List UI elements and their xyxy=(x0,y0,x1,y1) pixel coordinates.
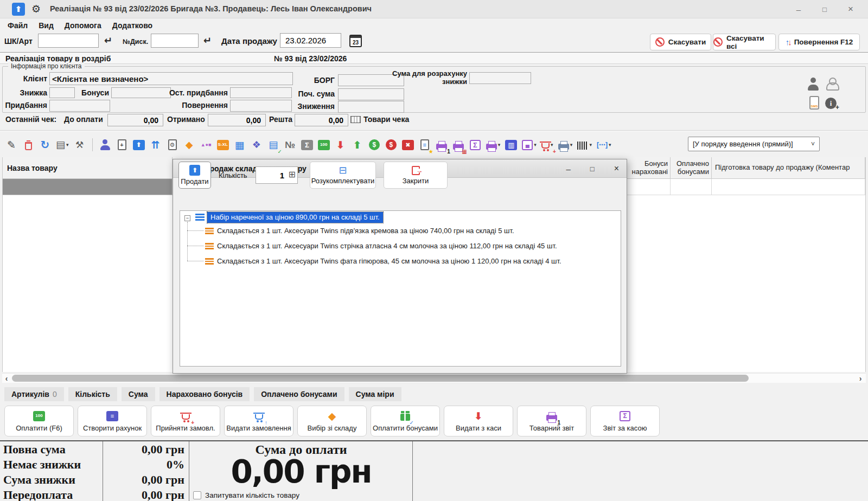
dialog-close-action-button[interactable]: Закрити xyxy=(384,162,448,189)
client-filled-person-icon[interactable] xyxy=(807,78,820,91)
cancel-all-button[interactable]: Скасувати всі xyxy=(713,34,776,50)
sms-receipt-icon[interactable] xyxy=(809,96,819,110)
cash-in-icon[interactable]: ⬆ xyxy=(352,137,363,153)
edit-icon[interactable]: ✎ xyxy=(5,137,17,153)
more-options-icon[interactable]: [⋯]▾ xyxy=(597,137,611,153)
minimize-button[interactable]: – xyxy=(786,0,812,18)
pick-from-stock-button[interactable]: ◆Вибір зі складу xyxy=(297,406,367,436)
create-invoice-button[interactable]: ≡Створити рахунок xyxy=(78,406,147,436)
cart-add-icon[interactable]: +▾ xyxy=(541,137,553,153)
goods-name-header[interactable]: Назва товару xyxy=(3,157,173,179)
contact-card-icon[interactable]: ▥ xyxy=(505,137,517,153)
fiscal-printer-icon[interactable]: ▾ xyxy=(558,137,573,153)
grid-icon[interactable]: ▦ xyxy=(234,137,246,153)
cancel-button[interactable]: Скасувати xyxy=(650,34,711,50)
cash-out-icon[interactable]: ⬇ xyxy=(335,137,347,153)
dialog-maximize-button[interactable]: □ xyxy=(590,165,595,173)
assortment-icon[interactable]: ▲●■ xyxy=(200,137,212,153)
table-row[interactable] xyxy=(627,179,865,195)
tree-child-item[interactable]: Складається з 1 шт. Аксесуари Twins фата… xyxy=(217,257,561,265)
sale-date-input[interactable] xyxy=(280,33,341,48)
sum-for-discount-field[interactable] xyxy=(469,72,531,84)
quantity-stepper[interactable]: ⊞ xyxy=(256,166,298,184)
report-sum-icon[interactable]: Σ xyxy=(469,137,481,153)
document-star-icon[interactable]: ≡★ xyxy=(419,137,431,153)
issue-order-button[interactable]: ↑Видати замовлення xyxy=(224,406,293,436)
calendar-icon[interactable]: 23 xyxy=(349,35,362,47)
print-menu-icon[interactable]: ▾ xyxy=(486,137,501,153)
tree-child-item[interactable]: Складається з 1 шт. Аксесуари Twins підв… xyxy=(217,227,514,235)
cash-icon[interactable]: 100 xyxy=(318,137,330,153)
selected-empty-row[interactable] xyxy=(3,179,173,195)
number-icon[interactable]: № xyxy=(284,137,296,153)
dialog-close-button[interactable]: × xyxy=(614,164,619,174)
unbundle-button[interactable]: ⊟ Розукомплектувати xyxy=(310,162,376,189)
stock-icon[interactable]: ◆ xyxy=(183,137,195,153)
document-settings-icon[interactable]: ⚙ xyxy=(167,137,178,153)
menu-extra[interactable]: Додатково xyxy=(107,21,158,30)
move-up-icon[interactable]: ⇈ xyxy=(150,137,162,153)
dialog-minimize-button[interactable]: – xyxy=(566,164,570,174)
pay-with-bonuses-button[interactable]: ✓Оплатити бонусами xyxy=(371,406,440,436)
sum-icon[interactable]: Σ xyxy=(301,137,313,153)
refresh-icon[interactable]: ↻ xyxy=(39,137,51,153)
scroll-right-arrow[interactable]: › xyxy=(856,374,865,383)
reduction-field[interactable] xyxy=(338,101,404,113)
discount-field[interactable] xyxy=(49,87,75,98)
print-receipt-icon[interactable]: 1 xyxy=(436,137,448,153)
sizes-icon[interactable]: S-XL xyxy=(217,137,229,153)
cash-out-button[interactable]: ⬇Видати з каси xyxy=(444,406,513,436)
tree-expander[interactable]: − xyxy=(184,215,190,221)
returns-field[interactable] xyxy=(230,100,292,112)
calculator-icon[interactable]: ⊞ xyxy=(289,170,296,179)
maximize-button[interactable]: □ xyxy=(812,0,838,18)
save-icon[interactable]: ▄▾ xyxy=(522,137,537,153)
menu-file[interactable]: Файл xyxy=(2,21,33,30)
tree-child-item[interactable]: Складається з 1 шт. Аксесуари Twins стрі… xyxy=(217,242,557,250)
sku-input[interactable] xyxy=(38,34,99,48)
bonus-accrued-header[interactable]: Бонуси нараховані xyxy=(627,157,671,178)
income-icon[interactable]: $ xyxy=(368,137,380,153)
void-check-icon[interactable]: ✖ xyxy=(402,137,414,153)
menu-view[interactable]: Вид xyxy=(33,21,59,30)
handshake-icon[interactable]: ❖ xyxy=(251,137,263,153)
horizontal-scrollbar[interactable]: ‹ › xyxy=(2,373,866,383)
return-button[interactable]: ↑↓ Повернення F12 xyxy=(778,34,860,50)
new-document-icon[interactable]: + xyxy=(116,137,128,153)
client-value-field[interactable]: <Клієнта не визначено> xyxy=(49,72,293,85)
sell-button[interactable]: ⬆ Продати xyxy=(178,162,211,189)
purchases-field[interactable] xyxy=(49,100,110,112)
discount-card-input[interactable] xyxy=(151,34,199,48)
print-report-icon[interactable]: ▦ xyxy=(452,137,464,153)
cash-register-report-button[interactable]: ΣЗвіт за касою xyxy=(590,406,660,436)
last-purchase-field[interactable] xyxy=(230,87,292,98)
scrollbar-thumb[interactable] xyxy=(12,375,749,382)
close-button[interactable]: × xyxy=(838,0,864,18)
scroll-left-arrow[interactable]: ‹ xyxy=(2,374,11,383)
barcode-icon[interactable]: ▾ xyxy=(577,137,592,153)
bundle-stack-icon xyxy=(195,214,205,222)
menu-help[interactable]: Допомога xyxy=(59,21,107,30)
tree-root-item[interactable]: Набір нареченої за ціною 890,00 грн на с… xyxy=(207,212,383,223)
sale-date-input-field[interactable] xyxy=(283,34,338,47)
sell-icon[interactable]: ⬆ xyxy=(133,137,145,153)
discount-card-input-field[interactable] xyxy=(154,34,195,47)
stack-check-icon[interactable]: ▤✓ xyxy=(267,137,279,153)
client-info-add-icon[interactable]: i xyxy=(825,98,837,109)
check-goods-label[interactable]: Товари чека xyxy=(363,115,409,124)
pay-button[interactable]: 100Оплатити (F6) xyxy=(4,406,74,436)
ask-quantity-checkbox[interactable] xyxy=(193,491,201,499)
delete-icon[interactable] xyxy=(22,137,34,153)
goods-report-button[interactable]: 1Товарний звіт xyxy=(517,406,586,436)
paste-icon[interactable]: ▤▾ xyxy=(56,137,69,153)
sku-input-field[interactable] xyxy=(41,34,95,47)
preparation-header[interactable]: Підготовка товару до продажу (Коментар xyxy=(712,157,865,178)
accept-order-button[interactable]: +Прийняти замовл. xyxy=(151,406,220,436)
bonus-paid-header[interactable]: Оплачено бонусами xyxy=(671,157,712,178)
client-icon[interactable] xyxy=(99,137,111,153)
start-sum-field[interactable] xyxy=(338,88,404,100)
client-outline-person-icon[interactable] xyxy=(825,78,838,91)
sort-order-combobox[interactable]: [У порядку введення (прямий)] ˅ xyxy=(688,137,820,151)
service-icon[interactable]: ⚒ xyxy=(74,137,86,153)
expense-icon[interactable]: $ xyxy=(385,137,397,153)
